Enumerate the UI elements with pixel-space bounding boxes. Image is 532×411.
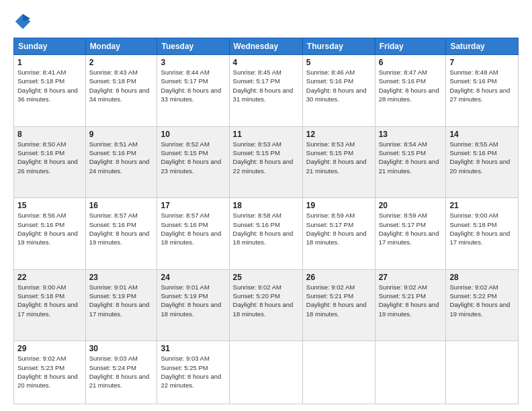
calendar-cell: 16 Sunrise: 8:57 AM Sunset: 5:16 PM Dayl…: [85, 198, 157, 270]
col-header-monday: Monday: [85, 38, 157, 55]
logo: [13, 12, 35, 31]
calendar-cell: 22 Sunrise: 9:00 AM Sunset: 5:18 PM Dayl…: [14, 269, 86, 341]
day-number: 24: [161, 273, 225, 282]
col-header-friday: Friday: [375, 38, 446, 55]
day-info: Sunrise: 8:59 AM Sunset: 5:17 PM Dayligh…: [306, 211, 371, 246]
day-number: 21: [449, 201, 515, 210]
day-number: 28: [449, 273, 515, 282]
calendar-row-4: 29 Sunrise: 9:02 AM Sunset: 5:23 PM Dayl…: [14, 341, 519, 404]
calendar-cell: 17 Sunrise: 8:57 AM Sunset: 5:16 PM Dayl…: [157, 198, 229, 270]
calendar-cell: 4 Sunrise: 8:45 AM Sunset: 5:17 PM Dayli…: [229, 55, 302, 127]
calendar-cell: 20 Sunrise: 8:59 AM Sunset: 5:17 PM Dayl…: [375, 198, 446, 270]
calendar-cell: [302, 341, 375, 404]
calendar-cell: 15 Sunrise: 8:56 AM Sunset: 5:16 PM Dayl…: [14, 198, 86, 270]
day-info: Sunrise: 9:02 AM Sunset: 5:21 PM Dayligh…: [306, 283, 371, 318]
calendar-row-2: 15 Sunrise: 8:56 AM Sunset: 5:16 PM Dayl…: [14, 198, 519, 270]
day-number: 6: [379, 58, 443, 67]
day-number: 25: [233, 273, 299, 282]
day-info: Sunrise: 8:56 AM Sunset: 5:16 PM Dayligh…: [17, 211, 82, 246]
calendar-cell: 12 Sunrise: 8:53 AM Sunset: 5:15 PM Dayl…: [302, 126, 375, 198]
calendar-cell: 3 Sunrise: 8:44 AM Sunset: 5:17 PM Dayli…: [157, 55, 229, 127]
day-info: Sunrise: 8:58 AM Sunset: 5:16 PM Dayligh…: [233, 211, 299, 246]
day-number: 31: [161, 344, 225, 353]
day-info: Sunrise: 9:00 AM Sunset: 5:18 PM Dayligh…: [449, 211, 515, 246]
day-info: Sunrise: 8:57 AM Sunset: 5:16 PM Dayligh…: [89, 211, 154, 246]
day-number: 22: [17, 273, 82, 282]
col-header-wednesday: Wednesday: [229, 38, 302, 55]
col-header-thursday: Thursday: [302, 38, 375, 55]
day-info: Sunrise: 8:48 AM Sunset: 5:16 PM Dayligh…: [449, 68, 515, 103]
day-number: 18: [233, 201, 299, 210]
day-info: Sunrise: 8:57 AM Sunset: 5:16 PM Dayligh…: [161, 211, 225, 246]
calendar-cell: [446, 341, 519, 404]
day-number: 17: [161, 201, 225, 210]
calendar-cell: 1 Sunrise: 8:41 AM Sunset: 5:18 PM Dayli…: [14, 55, 86, 127]
calendar-table: SundayMondayTuesdayWednesdayThursdayFrid…: [13, 38, 519, 404]
calendar-cell: 27 Sunrise: 9:02 AM Sunset: 5:21 PM Dayl…: [375, 269, 446, 341]
day-info: Sunrise: 9:01 AM Sunset: 5:19 PM Dayligh…: [161, 283, 225, 318]
calendar-cell: [229, 341, 302, 404]
day-number: 30: [89, 344, 154, 353]
day-number: 10: [161, 130, 225, 139]
calendar-cell: 13 Sunrise: 8:54 AM Sunset: 5:15 PM Dayl…: [375, 126, 446, 198]
day-info: Sunrise: 8:44 AM Sunset: 5:17 PM Dayligh…: [161, 68, 225, 103]
day-info: Sunrise: 9:01 AM Sunset: 5:19 PM Dayligh…: [89, 283, 154, 318]
day-info: Sunrise: 8:53 AM Sunset: 5:15 PM Dayligh…: [233, 140, 299, 175]
page: SundayMondayTuesdayWednesdayThursdayFrid…: [0, 0, 532, 411]
day-number: 7: [449, 58, 515, 67]
day-info: Sunrise: 8:53 AM Sunset: 5:15 PM Dayligh…: [306, 140, 371, 175]
day-info: Sunrise: 8:54 AM Sunset: 5:15 PM Dayligh…: [379, 140, 443, 175]
calendar-cell: 23 Sunrise: 9:01 AM Sunset: 5:19 PM Dayl…: [85, 269, 157, 341]
calendar-header-row: SundayMondayTuesdayWednesdayThursdayFrid…: [14, 38, 519, 55]
col-header-saturday: Saturday: [446, 38, 519, 55]
calendar-cell: 28 Sunrise: 9:02 AM Sunset: 5:22 PM Dayl…: [446, 269, 519, 341]
calendar-row-0: 1 Sunrise: 8:41 AM Sunset: 5:18 PM Dayli…: [14, 55, 519, 127]
day-info: Sunrise: 9:03 AM Sunset: 5:25 PM Dayligh…: [161, 354, 225, 390]
day-number: 19: [306, 201, 371, 210]
calendar-cell: [375, 341, 446, 404]
day-number: 27: [379, 273, 443, 282]
calendar-cell: 2 Sunrise: 8:43 AM Sunset: 5:18 PM Dayli…: [85, 55, 157, 127]
col-header-sunday: Sunday: [14, 38, 86, 55]
calendar-cell: 19 Sunrise: 8:59 AM Sunset: 5:17 PM Dayl…: [302, 198, 375, 270]
calendar-cell: 18 Sunrise: 8:58 AM Sunset: 5:16 PM Dayl…: [229, 198, 302, 270]
day-info: Sunrise: 9:02 AM Sunset: 5:21 PM Dayligh…: [379, 283, 443, 318]
day-info: Sunrise: 8:55 AM Sunset: 5:16 PM Dayligh…: [449, 140, 515, 175]
day-info: Sunrise: 9:02 AM Sunset: 5:20 PM Dayligh…: [233, 283, 299, 318]
day-info: Sunrise: 8:47 AM Sunset: 5:16 PM Dayligh…: [379, 68, 443, 103]
day-number: 20: [379, 201, 443, 210]
day-number: 9: [89, 130, 154, 139]
calendar-cell: 5 Sunrise: 8:46 AM Sunset: 5:16 PM Dayli…: [302, 55, 375, 127]
day-info: Sunrise: 8:59 AM Sunset: 5:17 PM Dayligh…: [379, 211, 443, 246]
day-number: 2: [89, 58, 154, 67]
calendar-cell: 30 Sunrise: 9:03 AM Sunset: 5:24 PM Dayl…: [85, 341, 157, 404]
calendar-cell: 14 Sunrise: 8:55 AM Sunset: 5:16 PM Dayl…: [446, 126, 519, 198]
day-number: 5: [306, 58, 371, 67]
day-number: 14: [449, 130, 515, 139]
day-number: 8: [17, 130, 82, 139]
day-info: Sunrise: 9:02 AM Sunset: 5:22 PM Dayligh…: [449, 283, 515, 318]
day-info: Sunrise: 8:52 AM Sunset: 5:15 PM Dayligh…: [161, 140, 225, 175]
day-info: Sunrise: 8:50 AM Sunset: 5:16 PM Dayligh…: [17, 140, 82, 175]
day-info: Sunrise: 8:46 AM Sunset: 5:16 PM Dayligh…: [306, 68, 371, 103]
calendar-cell: 7 Sunrise: 8:48 AM Sunset: 5:16 PM Dayli…: [446, 55, 519, 127]
day-info: Sunrise: 8:45 AM Sunset: 5:17 PM Dayligh…: [233, 68, 299, 103]
calendar-cell: 29 Sunrise: 9:02 AM Sunset: 5:23 PM Dayl…: [14, 341, 86, 404]
day-number: 12: [306, 130, 371, 139]
day-info: Sunrise: 8:43 AM Sunset: 5:18 PM Dayligh…: [89, 68, 154, 103]
day-number: 16: [89, 201, 154, 210]
header: [13, 12, 519, 31]
day-number: 29: [17, 344, 82, 353]
calendar-row-3: 22 Sunrise: 9:00 AM Sunset: 5:18 PM Dayl…: [14, 269, 519, 341]
day-number: 26: [306, 273, 371, 282]
day-info: Sunrise: 9:03 AM Sunset: 5:24 PM Dayligh…: [89, 354, 154, 390]
day-info: Sunrise: 8:41 AM Sunset: 5:18 PM Dayligh…: [17, 68, 82, 103]
calendar-cell: 8 Sunrise: 8:50 AM Sunset: 5:16 PM Dayli…: [14, 126, 86, 198]
logo-icon: [13, 12, 32, 31]
calendar-cell: 10 Sunrise: 8:52 AM Sunset: 5:15 PM Dayl…: [157, 126, 229, 198]
calendar-cell: 31 Sunrise: 9:03 AM Sunset: 5:25 PM Dayl…: [157, 341, 229, 404]
calendar-cell: 6 Sunrise: 8:47 AM Sunset: 5:16 PM Dayli…: [375, 55, 446, 127]
day-number: 11: [233, 130, 299, 139]
day-info: Sunrise: 9:00 AM Sunset: 5:18 PM Dayligh…: [17, 283, 82, 318]
calendar-cell: 25 Sunrise: 9:02 AM Sunset: 5:20 PM Dayl…: [229, 269, 302, 341]
